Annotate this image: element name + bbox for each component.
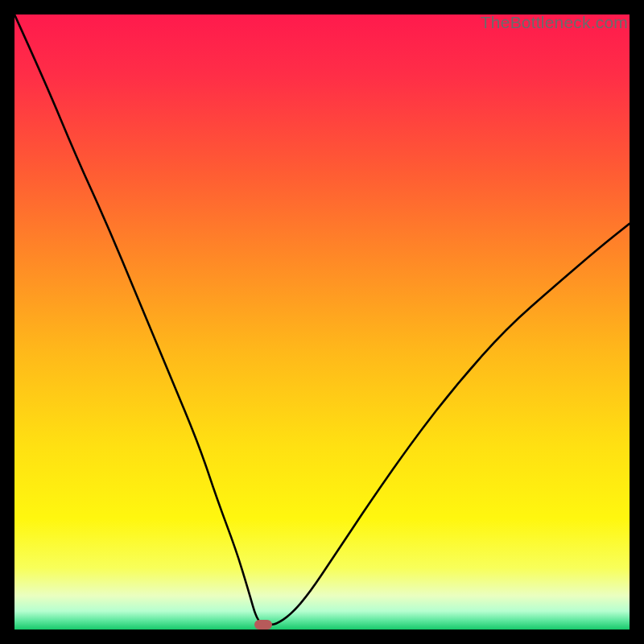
bottleneck-curve — [14, 14, 630, 630]
optimal-marker — [254, 620, 272, 630]
plot-frame: TheBottleneck.com — [14, 14, 630, 630]
